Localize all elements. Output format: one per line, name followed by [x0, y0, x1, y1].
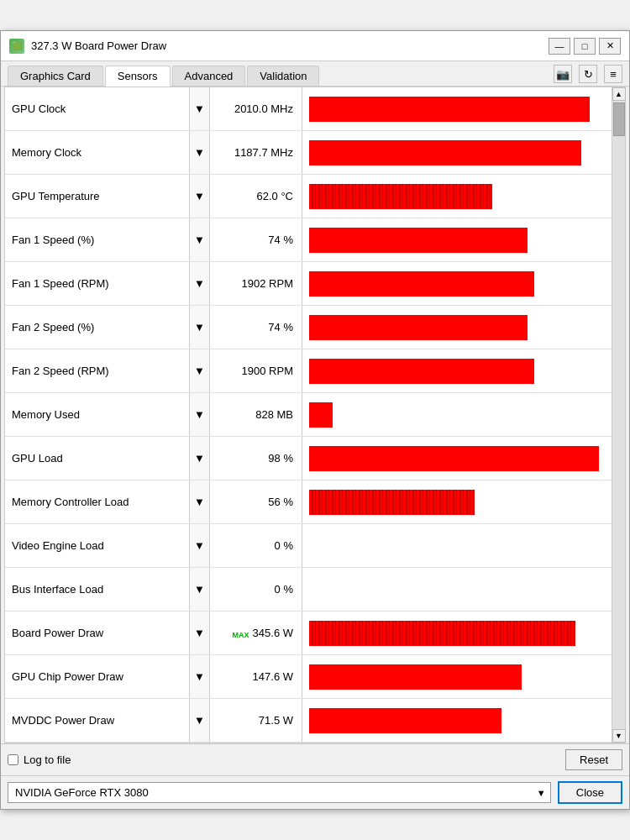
- bar-container: [309, 97, 605, 122]
- refresh-button[interactable]: ↻: [579, 65, 597, 83]
- sensor-dropdown-arrow[interactable]: ▼: [190, 87, 210, 130]
- table-row: GPU Load▼98 %: [5, 437, 612, 480]
- sensor-dropdown-arrow[interactable]: ▼: [190, 393, 210, 436]
- bar-container: [309, 228, 605, 253]
- bar-fill: [309, 402, 333, 428]
- sensor-bar-area: [302, 349, 612, 392]
- sensor-bar-area: [302, 393, 612, 436]
- sensor-name-label: Fan 2 Speed (%): [5, 306, 190, 349]
- sensor-dropdown-arrow[interactable]: ▼: [190, 655, 210, 698]
- table-row: GPU Chip Power Draw▼147.6 W: [5, 655, 612, 699]
- bar-fill: [309, 664, 522, 690]
- bar-container: [309, 621, 605, 646]
- sensor-name-label: Memory Used: [5, 393, 190, 436]
- sensor-value-label: 62.0 °C: [210, 175, 302, 218]
- scroll-down-arrow[interactable]: ▼: [612, 729, 626, 743]
- sensor-dropdown-arrow[interactable]: ▼: [190, 306, 210, 349]
- table-row: Fan 1 Speed (RPM)▼1902 RPM: [5, 262, 612, 306]
- sensor-bar-area: [302, 87, 612, 130]
- title-bar-left: 🟩 327.3 W Board Power Draw: [9, 39, 166, 54]
- scroll-up-arrow[interactable]: ▲: [612, 87, 626, 101]
- table-row: Fan 2 Speed (%)▼74 %: [5, 306, 612, 349]
- title-bar: 🟩 327.3 W Board Power Draw — □ ✕: [1, 31, 629, 61]
- sensor-dropdown-arrow[interactable]: ▼: [190, 218, 210, 261]
- sensor-name-label: Fan 1 Speed (RPM): [5, 262, 190, 305]
- bottom-bar: Log to file Reset: [1, 743, 629, 775]
- maximize-button[interactable]: □: [574, 38, 596, 55]
- table-row: Memory Used▼828 MB: [5, 393, 612, 437]
- sensor-bar-area: [302, 306, 612, 349]
- sensor-dropdown-arrow[interactable]: ▼: [190, 349, 210, 392]
- sensor-value-label: 828 MB: [210, 393, 302, 436]
- sensor-name-label: Memory Controller Load: [5, 480, 190, 523]
- gpu-select[interactable]: NVIDIA GeForce RTX 3080: [8, 782, 551, 803]
- tab-sensors[interactable]: Sensors: [105, 66, 171, 87]
- reset-button[interactable]: Reset: [565, 749, 622, 770]
- sensor-bar-area: [302, 480, 612, 523]
- sensor-dropdown-arrow[interactable]: ▼: [190, 175, 210, 218]
- sensor-dropdown-arrow[interactable]: ▼: [190, 524, 210, 567]
- main-window: 🟩 327.3 W Board Power Draw — □ ✕ Graphic…: [0, 30, 630, 810]
- scroll-track: [612, 101, 625, 729]
- log-to-file-label: Log to file: [24, 753, 71, 766]
- sensor-dropdown-arrow[interactable]: ▼: [190, 568, 210, 611]
- tab-actions: 📷 ↻ ≡: [554, 65, 622, 86]
- table-row: Bus Interface Load▼0 %: [5, 568, 612, 612]
- menu-button[interactable]: ≡: [604, 65, 622, 83]
- bar-fill: [309, 490, 475, 515]
- bar-container: [309, 490, 605, 515]
- sensor-value-label: MAX345.6 W: [210, 612, 302, 654]
- sensor-bar-area: [302, 524, 612, 567]
- sensor-value-label: 74 %: [210, 306, 302, 349]
- table-row: Memory Clock▼1187.7 MHz: [5, 131, 612, 175]
- bar-container: [309, 664, 605, 690]
- sensor-bar-area: [302, 131, 612, 174]
- bar-container: [309, 140, 605, 165]
- sensor-dropdown-arrow[interactable]: ▼: [190, 480, 210, 523]
- bar-container: [309, 315, 605, 340]
- sensor-dropdown-arrow[interactable]: ▼: [190, 437, 210, 480]
- tab-validation[interactable]: Validation: [247, 66, 319, 86]
- sensor-bar-area: [302, 568, 612, 611]
- sensor-bar-area: [302, 612, 612, 654]
- sensor-name-label: GPU Chip Power Draw: [5, 655, 190, 698]
- sensor-bar-area: [302, 655, 612, 698]
- bar-fill: [309, 97, 590, 122]
- scroll-thumb[interactable]: [613, 102, 625, 136]
- table-row: Fan 1 Speed (%)▼74 %: [5, 218, 612, 262]
- sensor-bar-area: [302, 437, 612, 480]
- bar-fill: [309, 271, 534, 297]
- bar-container: [309, 402, 605, 428]
- sensor-dropdown-arrow[interactable]: ▼: [190, 131, 210, 174]
- sensor-dropdown-arrow[interactable]: ▼: [190, 262, 210, 305]
- sensor-bar-area: [302, 262, 612, 305]
- sensor-name-label: Fan 2 Speed (RPM): [5, 349, 190, 392]
- log-to-file-area: Log to file: [8, 753, 71, 766]
- sensor-content: GPU Clock▼2010.0 MHzMemory Clock▼1187.7 …: [4, 87, 626, 743]
- tab-graphics-card[interactable]: Graphics Card: [8, 66, 103, 86]
- table-row: Video Engine Load▼0 %: [5, 524, 612, 568]
- gpu-select-wrap: NVIDIA GeForce RTX 3080 ▼: [8, 782, 551, 803]
- sensor-name-label: Video Engine Load: [5, 524, 190, 567]
- tab-advanced[interactable]: Advanced: [172, 66, 246, 86]
- bar-container: [309, 446, 605, 471]
- window-title: 327.3 W Board Power Draw: [31, 39, 166, 52]
- close-window-button[interactable]: ✕: [599, 38, 621, 55]
- sensor-value-label: 1902 RPM: [210, 262, 302, 305]
- camera-button[interactable]: 📷: [554, 65, 572, 83]
- sensor-name-label: Board Power Draw: [5, 612, 190, 654]
- bar-fill: [309, 708, 501, 733]
- sensor-dropdown-arrow[interactable]: ▼: [190, 612, 210, 654]
- bar-fill: [309, 228, 528, 253]
- sensor-value-label: 1187.7 MHz: [210, 131, 302, 174]
- sensor-value-label: 0 %: [210, 568, 302, 611]
- close-button[interactable]: Close: [558, 781, 622, 804]
- sensor-value-label: 98 %: [210, 437, 302, 480]
- sensor-value-label: 74 %: [210, 218, 302, 261]
- sensor-dropdown-arrow[interactable]: ▼: [190, 699, 210, 742]
- app-icon: 🟩: [9, 39, 24, 54]
- window-controls: — □ ✕: [549, 38, 621, 55]
- minimize-button[interactable]: —: [549, 38, 570, 55]
- sensor-name-label: MVDDC Power Draw: [5, 699, 190, 742]
- log-to-file-checkbox[interactable]: [8, 754, 18, 765]
